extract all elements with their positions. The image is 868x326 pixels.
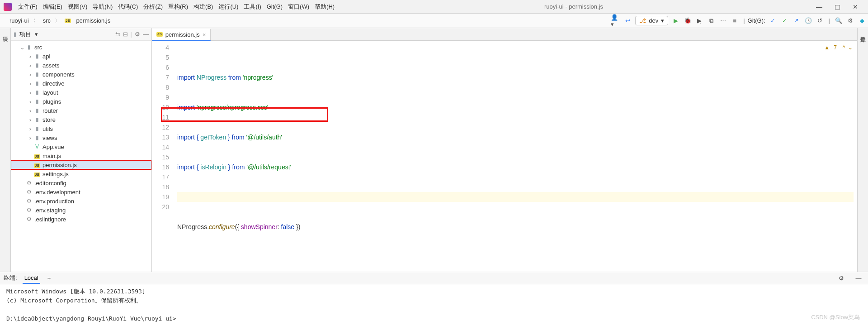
git-history-icon[interactable]: 🕓	[803, 16, 813, 26]
tree-item-permission-js[interactable]: JSpermission.js	[11, 160, 151, 169]
terminal-label: 终端:	[4, 274, 17, 282]
breadcrumb-src[interactable]: src	[41, 16, 53, 25]
breadcrumb-sep: 〉	[33, 17, 39, 25]
more-run-icon[interactable]: ⋯	[718, 16, 728, 26]
code-editor[interactable]: ▲ 7 ^ ⌄ import NProgress from 'nprogress…	[174, 41, 857, 272]
inspection-summary[interactable]: ▲ 7 ^ ⌄	[824, 43, 853, 53]
left-tool-strip: 项目	[0, 28, 11, 272]
line-gutter: 4567891011121314151617181920	[152, 41, 174, 272]
chevron-down-icon: ▾	[661, 17, 664, 24]
back-arrow-icon[interactable]: ↩	[623, 16, 632, 26]
git-branch-selector[interactable]: ⎇ dev ▾	[635, 16, 668, 25]
git-rollback-icon[interactable]: ↺	[815, 16, 825, 26]
folder-icon: ▮	[14, 31, 17, 38]
project-tool-button[interactable]: 项目	[0, 30, 10, 34]
breadcrumb-root[interactable]: ruoyi-ui	[7, 16, 31, 25]
breadcrumb-file[interactable]: JS permission.js	[62, 16, 113, 25]
panel-split-icon[interactable]: ⊟	[123, 31, 128, 38]
tree-item--env-staging[interactable]: ⚙.env.staging	[11, 206, 151, 215]
tree-item-directive[interactable]: ›▮directive	[11, 79, 151, 88]
terminal-settings-icon[interactable]: ⚙	[836, 273, 846, 283]
branch-icon: ⎇	[639, 17, 646, 24]
terminal-tabs: 终端: Local + ⚙ —	[0, 272, 868, 284]
menu-analyze[interactable]: 分析(Z)	[141, 1, 165, 13]
editor-tab-permission[interactable]: JS permission.js ×	[152, 29, 211, 41]
code-container: 4567891011121314151617181920 ▲ 7 ^ ⌄ imp…	[152, 41, 857, 272]
menu-run[interactable]: 运行(U)	[216, 1, 241, 13]
watermark: CSDN @Slow菜鸟	[811, 313, 860, 321]
menu-window[interactable]: 窗口(W)	[285, 1, 312, 13]
tree-item--editorconfig[interactable]: ⚙.editorconfig	[11, 178, 151, 187]
tree-item-src[interactable]: ⌄▮src	[11, 43, 151, 52]
maximize-button[interactable]: ▢	[828, 3, 846, 10]
tree-item-router[interactable]: ›▮router	[11, 106, 151, 115]
project-tree[interactable]: ⌄▮src›▮api›▮assets›▮components›▮directiv…	[11, 41, 151, 272]
terminal-hide-icon[interactable]: —	[854, 273, 863, 283]
settings-icon[interactable]: ⚙	[845, 16, 855, 26]
panel-settings-icon[interactable]: ⚙	[135, 31, 140, 38]
debug-button[interactable]: 🐞	[683, 16, 693, 26]
search-icon[interactable]: 🔍	[834, 16, 844, 26]
tree-item--env-production[interactable]: ⚙.env.production	[11, 197, 151, 206]
branch-name: dev	[649, 17, 658, 24]
main-area: 项目 ▮ 项目 ▾ ⇆ ⊟ | ⚙ — ⌄▮src›▮api›▮assets›▮…	[0, 28, 868, 272]
tree-item-store[interactable]: ›▮store	[11, 115, 151, 124]
tree-item-settings-js[interactable]: JSsettings.js	[11, 169, 151, 178]
tree-item-App-vue[interactable]: VApp.vue	[11, 142, 151, 151]
git-label: Git(G):	[748, 17, 765, 24]
terminal-tab-local[interactable]: Local	[23, 273, 40, 284]
menu-tools[interactable]: 工具(I)	[241, 1, 264, 13]
app-logo	[4, 3, 12, 11]
tree-item-utils[interactable]: ›▮utils	[11, 124, 151, 133]
tree-item-components[interactable]: ›▮components	[11, 70, 151, 79]
menu-git[interactable]: Git(G)	[264, 1, 285, 12]
close-button[interactable]: ✕	[846, 3, 864, 10]
minimize-button[interactable]: —	[810, 3, 828, 10]
project-panel: ▮ 项目 ▾ ⇆ ⊟ | ⚙ — ⌄▮src›▮api›▮assets›▮com…	[11, 28, 152, 272]
breadcrumb: ruoyi-ui 〉 src 〉 JS permission.js	[0, 16, 113, 25]
coverage-button[interactable]: ▶̣	[694, 16, 704, 26]
js-icon: JS	[156, 32, 163, 37]
tree-item-views[interactable]: ›▮views	[11, 133, 151, 142]
right-tool-strip: 数据库	[857, 28, 868, 272]
editor-area: JS permission.js × 456789101112131415161…	[152, 28, 857, 272]
panel-hide-icon[interactable]: —	[143, 31, 149, 38]
tree-item--eslintignore[interactable]: ⚙.eslintignore	[11, 215, 151, 224]
tree-item-assets[interactable]: ›▮assets	[11, 61, 151, 70]
menu-refactor[interactable]: 重构(R)	[165, 1, 191, 13]
menu-file[interactable]: 文件(F)	[15, 1, 40, 13]
terminal-new-tab[interactable]: +	[46, 273, 53, 283]
git-update-icon[interactable]: ✓	[768, 16, 778, 26]
navbar: ruoyi-ui 〉 src 〉 JS permission.js 👤▾ ↩ ⎇…	[0, 14, 868, 28]
breadcrumb-sep: 〉	[55, 17, 61, 25]
user-icon[interactable]: 👤▾	[611, 16, 621, 26]
tree-item-plugins[interactable]: ›▮plugins	[11, 97, 151, 106]
editor-tabbar: JS permission.js ×	[152, 28, 857, 41]
tree-item-api[interactable]: ›▮api	[11, 52, 151, 61]
stop-button[interactable]: ■	[730, 16, 740, 26]
menu-help[interactable]: 帮助(H)	[312, 1, 337, 13]
tree-item-layout[interactable]: ›▮layout	[11, 88, 151, 97]
ai-assistant-icon[interactable]: ◆	[857, 16, 867, 26]
project-panel-title[interactable]: 项目 ▾	[19, 30, 113, 38]
menu-edit[interactable]: 编辑(E)	[40, 1, 65, 13]
menu-navigate[interactable]: 导航(N)	[90, 1, 115, 13]
tree-item-main-js[interactable]: JSmain.js	[11, 151, 151, 160]
terminal-panel: 终端: Local + ⚙ — Microsoft Windows [版本 10…	[0, 272, 868, 326]
window-title: ruoyi-ui - permission.js	[337, 3, 810, 10]
git-push-icon[interactable]: ↗	[792, 16, 802, 26]
tree-item--env-development[interactable]: ⚙.env.development	[11, 187, 151, 197]
run-button[interactable]: ▶	[671, 16, 681, 26]
menu-view[interactable]: 视图(V)	[65, 1, 90, 13]
git-commit-icon[interactable]: ✓	[780, 16, 790, 26]
panel-expand-icon[interactable]: ⇆	[115, 31, 120, 38]
titlebar: 文件(F) 编辑(E) 视图(V) 导航(N) 代码(C) 分析(Z) 重构(R…	[0, 0, 868, 14]
menu-build[interactable]: 构建(B)	[191, 1, 216, 13]
close-tab-icon[interactable]: ×	[203, 31, 206, 38]
menu-code[interactable]: 代码(C)	[115, 1, 141, 13]
terminal-body[interactable]: Microsoft Windows [版本 10.0.22631.3593] (…	[0, 284, 868, 326]
profile-button[interactable]: ⧉	[706, 16, 716, 26]
project-panel-header: ▮ 项目 ▾ ⇆ ⊟ | ⚙ —	[11, 28, 151, 41]
js-icon: JS	[65, 19, 71, 23]
database-tool-button[interactable]: 数据库	[858, 30, 868, 34]
